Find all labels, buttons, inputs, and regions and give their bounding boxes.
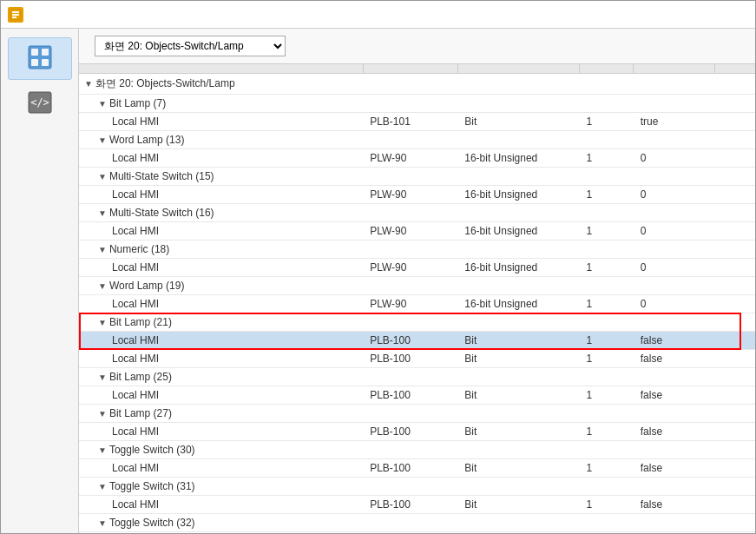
cell-name: Local HMI <box>79 259 363 277</box>
col-header-len <box>579 64 633 74</box>
table-row[interactable]: Local HMIPLB-100Bit1false <box>79 350 755 368</box>
expand-icon[interactable]: ▼ <box>98 518 107 528</box>
table-row[interactable]: ▼Multi-State Switch (15) <box>79 168 755 186</box>
cell-extra <box>714 259 755 277</box>
table-row[interactable]: ▼Toggle Switch (31) <box>79 478 755 496</box>
cell-val <box>634 441 714 459</box>
table-row[interactable]: ▼Word Lamp (13) <box>79 131 755 149</box>
cell-extra <box>714 441 755 459</box>
cell-len <box>579 514 633 532</box>
expand-icon[interactable]: ▼ <box>98 482 107 491</box>
cell-extra <box>714 186 755 204</box>
cell-name: ▼Toggle Switch (30) <box>79 441 363 459</box>
table-row[interactable]: Local HMIPLB-100Bit1false <box>79 332 755 350</box>
expand-icon[interactable]: ▼ <box>84 79 93 89</box>
table-row[interactable]: ▼Multi-State Switch (16) <box>79 204 755 222</box>
cell-extra <box>714 478 755 496</box>
cell-name: ▼Multi-State Switch (15) <box>79 168 363 186</box>
expand-icon[interactable]: ▼ <box>98 372 107 382</box>
cell-len: 1 <box>579 186 633 204</box>
table-row[interactable]: ▼Word Lamp (19) <box>79 277 755 295</box>
expand-icon[interactable]: ▼ <box>98 318 107 327</box>
cell-extra <box>714 204 755 222</box>
cell-addr <box>363 168 457 186</box>
table-row[interactable]: Local HMIPLW-9016-bit Unsigned10 <box>79 222 755 241</box>
svg-text:</>: </> <box>30 96 49 109</box>
table-row[interactable]: Local HMIPLB-100Bit1false <box>79 496 755 514</box>
title-bar-left <box>8 7 29 23</box>
cell-addr <box>363 441 457 459</box>
table-row[interactable]: ▼화면 20: Objects-Switch/Lamp <box>79 74 755 95</box>
cell-name: ▼Word Lamp (13) <box>79 131 363 149</box>
cell-val <box>634 368 714 386</box>
expand-icon[interactable]: ▼ <box>98 409 107 419</box>
cell-addr: PLB-100 <box>363 532 457 534</box>
table-row[interactable]: Local HMIPLB-100Bit1false <box>79 532 755 534</box>
table-body: ▼화면 20: Objects-Switch/Lamp▼Bit Lamp (7)… <box>79 74 755 534</box>
cell-val: true <box>634 113 714 131</box>
expand-icon[interactable]: ▼ <box>98 445 107 455</box>
table-container[interactable]: ▼화면 20: Objects-Switch/Lamp▼Bit Lamp (7)… <box>79 64 755 533</box>
cell-len <box>579 131 633 149</box>
cell-addr: PLB-100 <box>363 459 457 478</box>
table-row[interactable]: ▼Toggle Switch (30) <box>79 441 755 459</box>
cell-name: Local HMI <box>79 222 363 241</box>
table-row[interactable]: Local HMIPLW-9016-bit Unsigned10 <box>79 295 755 313</box>
table-row[interactable]: ▼Numeric (18) <box>79 241 755 259</box>
table-row[interactable]: Local HMIPLW-9016-bit Unsigned10 <box>79 149 755 168</box>
cell-addr <box>363 277 457 295</box>
cell-len: 1 <box>579 149 633 168</box>
cell-len: 1 <box>579 423 633 441</box>
cell-name: ▼Word Lamp (19) <box>79 277 363 295</box>
expand-icon[interactable]: ▼ <box>98 281 107 291</box>
table-row[interactable]: Local HMIPLW-9016-bit Unsigned10 <box>79 259 755 277</box>
table-row[interactable]: Local HMIPLB-100Bit1false <box>79 459 755 478</box>
cell-extra <box>714 113 755 131</box>
help-button[interactable] <box>710 6 727 23</box>
cell-extra <box>714 131 755 149</box>
cell-extra <box>714 459 755 478</box>
cell-extra <box>714 168 755 186</box>
cell-addr <box>363 405 457 423</box>
cell-type: Bit <box>457 350 579 368</box>
cell-type: Bit <box>457 532 579 534</box>
col-header-name <box>79 64 363 74</box>
screen-selector[interactable]: 화면 20: Objects-Switch/Lamp <box>95 36 286 56</box>
cell-addr <box>363 95 457 113</box>
main-panel: 화면 20: Objects-Switch/Lamp <box>79 29 755 533</box>
expand-icon[interactable]: ▼ <box>98 135 107 145</box>
cell-type <box>457 368 579 386</box>
cell-val <box>634 313 714 332</box>
cell-name: ▼Bit Lamp (7) <box>79 95 363 113</box>
sidebar-item-objects[interactable] <box>8 37 72 80</box>
sidebar-item-macro[interactable]: </> <box>8 83 72 124</box>
table-row[interactable]: Local HMIPLB-100Bit1false <box>79 386 755 405</box>
cell-extra <box>714 222 755 241</box>
close-button[interactable] <box>731 6 748 23</box>
cell-name: Local HMI <box>79 186 363 204</box>
cell-addr <box>363 204 457 222</box>
table-row[interactable]: ▼Bit Lamp (21) <box>79 313 755 332</box>
cell-type <box>457 168 579 186</box>
expand-icon[interactable]: ▼ <box>98 245 107 254</box>
cell-type <box>457 441 579 459</box>
table-row[interactable]: Local HMIPLB-101Bit1true <box>79 113 755 131</box>
cell-type <box>457 131 579 149</box>
expand-icon[interactable]: ▼ <box>98 99 107 109</box>
expand-icon[interactable]: ▼ <box>98 172 107 181</box>
expand-icon[interactable]: ▼ <box>98 208 107 218</box>
cell-addr: PLB-100 <box>363 386 457 405</box>
cell-val <box>634 204 714 222</box>
table-row[interactable]: Local HMIPLB-100Bit1false <box>79 423 755 441</box>
table-row[interactable]: ▼Bit Lamp (25) <box>79 368 755 386</box>
cell-name: ▼Toggle Switch (31) <box>79 478 363 496</box>
svg-rect-1 <box>12 11 19 13</box>
cell-extra <box>714 350 755 368</box>
objects-icon <box>26 43 54 71</box>
table-row[interactable]: ▼Bit Lamp (7) <box>79 95 755 113</box>
table-row[interactable]: Local HMIPLW-9016-bit Unsigned10 <box>79 186 755 204</box>
cell-type <box>457 405 579 423</box>
table-row[interactable]: ▼Bit Lamp (27) <box>79 405 755 423</box>
cell-extra <box>714 496 755 514</box>
table-row[interactable]: ▼Toggle Switch (32) <box>79 514 755 532</box>
